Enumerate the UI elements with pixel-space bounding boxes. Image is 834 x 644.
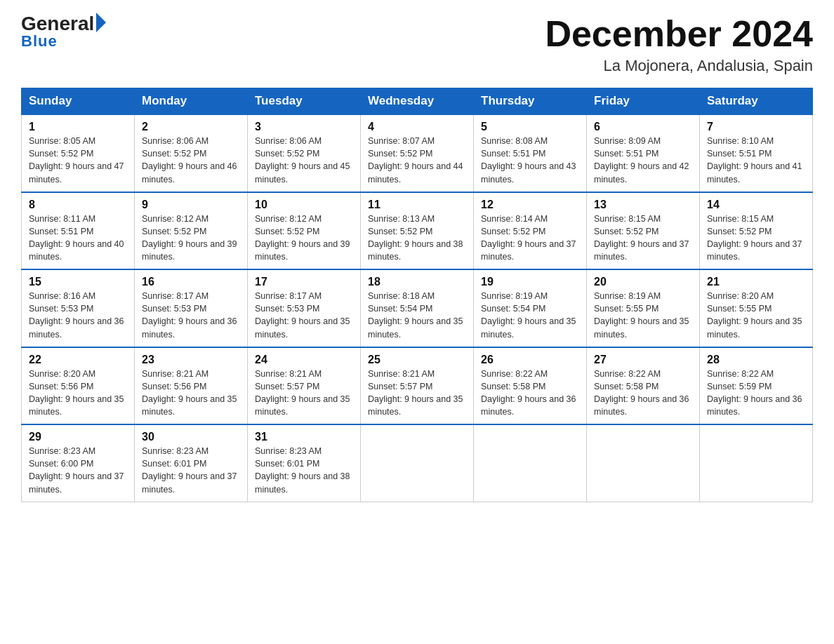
calendar-day-cell: 5Sunrise: 8:08 AMSunset: 5:51 PMDaylight… — [474, 114, 587, 192]
day-info: Sunrise: 8:15 AMSunset: 5:52 PMDaylight:… — [594, 213, 692, 264]
logo-triangle-icon — [96, 13, 106, 32]
day-number: 2 — [142, 121, 240, 133]
calendar-day-cell: 20Sunrise: 8:19 AMSunset: 5:55 PMDayligh… — [587, 269, 700, 347]
month-title: December 2024 — [545, 14, 813, 54]
calendar-day-cell: 13Sunrise: 8:15 AMSunset: 5:52 PMDayligh… — [587, 192, 700, 270]
calendar-day-cell: 17Sunrise: 8:17 AMSunset: 5:53 PMDayligh… — [248, 269, 361, 347]
calendar-day-cell: 14Sunrise: 8:15 AMSunset: 5:52 PMDayligh… — [700, 192, 813, 270]
day-info: Sunrise: 8:11 AMSunset: 5:51 PMDaylight:… — [29, 213, 127, 264]
calendar-day-cell: 28Sunrise: 8:22 AMSunset: 5:59 PMDayligh… — [700, 347, 813, 425]
day-number: 1 — [29, 121, 127, 133]
col-header-wednesday: Wednesday — [361, 88, 474, 115]
day-number: 28 — [707, 354, 805, 366]
calendar-day-cell: 4Sunrise: 8:07 AMSunset: 5:52 PMDaylight… — [361, 114, 474, 192]
day-info: Sunrise: 8:12 AMSunset: 5:52 PMDaylight:… — [255, 213, 353, 264]
day-number: 11 — [368, 199, 466, 211]
logo-general-text: General — [21, 14, 94, 34]
calendar-day-cell: 15Sunrise: 8:16 AMSunset: 5:53 PMDayligh… — [22, 269, 135, 347]
day-number: 6 — [594, 121, 692, 133]
day-info: Sunrise: 8:08 AMSunset: 5:51 PMDaylight:… — [481, 135, 579, 186]
day-number: 22 — [29, 354, 127, 366]
calendar-day-cell: 21Sunrise: 8:20 AMSunset: 5:55 PMDayligh… — [700, 269, 813, 347]
day-number: 31 — [255, 431, 353, 443]
calendar-day-cell: 18Sunrise: 8:18 AMSunset: 5:54 PMDayligh… — [361, 269, 474, 347]
day-info: Sunrise: 8:09 AMSunset: 5:51 PMDaylight:… — [594, 135, 692, 186]
calendar-header-row: SundayMondayTuesdayWednesdayThursdayFrid… — [22, 88, 813, 115]
calendar-week-row: 8Sunrise: 8:11 AMSunset: 5:51 PMDaylight… — [22, 192, 813, 270]
day-info: Sunrise: 8:13 AMSunset: 5:52 PMDaylight:… — [368, 213, 466, 264]
day-info: Sunrise: 8:14 AMSunset: 5:52 PMDaylight:… — [481, 213, 579, 264]
day-info: Sunrise: 8:22 AMSunset: 5:58 PMDaylight:… — [481, 368, 579, 419]
calendar-day-cell: 2Sunrise: 8:06 AMSunset: 5:52 PMDaylight… — [135, 114, 248, 192]
day-info: Sunrise: 8:06 AMSunset: 5:52 PMDaylight:… — [255, 135, 353, 186]
calendar-day-cell: 22Sunrise: 8:20 AMSunset: 5:56 PMDayligh… — [22, 347, 135, 425]
calendar-day-cell: 6Sunrise: 8:09 AMSunset: 5:51 PMDaylight… — [587, 114, 700, 192]
day-info: Sunrise: 8:17 AMSunset: 5:53 PMDaylight:… — [142, 290, 240, 341]
page-header: General Blue December 2024 La Mojonera, … — [21, 14, 813, 75]
day-number: 21 — [707, 276, 805, 288]
day-info: Sunrise: 8:23 AMSunset: 6:01 PMDaylight:… — [255, 445, 353, 496]
day-info: Sunrise: 8:21 AMSunset: 5:57 PMDaylight:… — [255, 368, 353, 419]
calendar-day-cell — [361, 424, 474, 502]
calendar-day-cell: 9Sunrise: 8:12 AMSunset: 5:52 PMDaylight… — [135, 192, 248, 270]
day-number: 30 — [142, 431, 240, 443]
calendar-week-row: 15Sunrise: 8:16 AMSunset: 5:53 PMDayligh… — [22, 269, 813, 347]
col-header-thursday: Thursday — [474, 88, 587, 115]
calendar-day-cell: 24Sunrise: 8:21 AMSunset: 5:57 PMDayligh… — [248, 347, 361, 425]
day-number: 19 — [481, 276, 579, 288]
calendar-day-cell: 3Sunrise: 8:06 AMSunset: 5:52 PMDaylight… — [248, 114, 361, 192]
day-info: Sunrise: 8:07 AMSunset: 5:52 PMDaylight:… — [368, 135, 466, 186]
calendar-day-cell: 31Sunrise: 8:23 AMSunset: 6:01 PMDayligh… — [248, 424, 361, 502]
col-header-sunday: Sunday — [22, 88, 135, 115]
calendar-week-row: 29Sunrise: 8:23 AMSunset: 6:00 PMDayligh… — [22, 424, 813, 502]
col-header-saturday: Saturday — [700, 88, 813, 115]
calendar-day-cell: 16Sunrise: 8:17 AMSunset: 5:53 PMDayligh… — [135, 269, 248, 347]
day-number: 15 — [29, 276, 127, 288]
location-title: La Mojonera, Andalusia, Spain — [545, 57, 813, 75]
calendar-table: SundayMondayTuesdayWednesdayThursdayFrid… — [21, 88, 813, 502]
calendar-day-cell: 23Sunrise: 8:21 AMSunset: 5:56 PMDayligh… — [135, 347, 248, 425]
calendar-week-row: 22Sunrise: 8:20 AMSunset: 5:56 PMDayligh… — [22, 347, 813, 425]
day-info: Sunrise: 8:19 AMSunset: 5:55 PMDaylight:… — [594, 290, 692, 341]
day-number: 25 — [368, 354, 466, 366]
day-number: 8 — [29, 199, 127, 211]
day-number: 13 — [594, 199, 692, 211]
day-number: 7 — [707, 121, 805, 133]
day-number: 4 — [368, 121, 466, 133]
calendar-day-cell — [474, 424, 587, 502]
col-header-monday: Monday — [135, 88, 248, 115]
col-header-friday: Friday — [587, 88, 700, 115]
day-info: Sunrise: 8:16 AMSunset: 5:53 PMDaylight:… — [29, 290, 127, 341]
day-info: Sunrise: 8:19 AMSunset: 5:54 PMDaylight:… — [481, 290, 579, 341]
day-info: Sunrise: 8:22 AMSunset: 5:58 PMDaylight:… — [594, 368, 692, 419]
logo: General Blue — [21, 14, 106, 51]
day-info: Sunrise: 8:15 AMSunset: 5:52 PMDaylight:… — [707, 213, 805, 264]
calendar-day-cell: 26Sunrise: 8:22 AMSunset: 5:58 PMDayligh… — [474, 347, 587, 425]
col-header-tuesday: Tuesday — [248, 88, 361, 115]
calendar-day-cell: 10Sunrise: 8:12 AMSunset: 5:52 PMDayligh… — [248, 192, 361, 270]
day-number: 27 — [594, 354, 692, 366]
day-info: Sunrise: 8:23 AMSunset: 6:00 PMDaylight:… — [29, 445, 127, 496]
calendar-day-cell: 12Sunrise: 8:14 AMSunset: 5:52 PMDayligh… — [474, 192, 587, 270]
calendar-day-cell: 27Sunrise: 8:22 AMSunset: 5:58 PMDayligh… — [587, 347, 700, 425]
day-number: 12 — [481, 199, 579, 211]
day-number: 16 — [142, 276, 240, 288]
day-info: Sunrise: 8:12 AMSunset: 5:52 PMDaylight:… — [142, 213, 240, 264]
day-info: Sunrise: 8:10 AMSunset: 5:51 PMDaylight:… — [707, 135, 805, 186]
title-area: December 2024 La Mojonera, Andalusia, Sp… — [545, 14, 813, 75]
day-number: 9 — [142, 199, 240, 211]
calendar-day-cell: 11Sunrise: 8:13 AMSunset: 5:52 PMDayligh… — [361, 192, 474, 270]
day-info: Sunrise: 8:20 AMSunset: 5:55 PMDaylight:… — [707, 290, 805, 341]
calendar-day-cell: 7Sunrise: 8:10 AMSunset: 5:51 PMDaylight… — [700, 114, 813, 192]
day-number: 14 — [707, 199, 805, 211]
day-info: Sunrise: 8:20 AMSunset: 5:56 PMDaylight:… — [29, 368, 127, 419]
logo-blue-text: Blue — [21, 32, 58, 51]
calendar-day-cell: 8Sunrise: 8:11 AMSunset: 5:51 PMDaylight… — [22, 192, 135, 270]
day-number: 17 — [255, 276, 353, 288]
day-number: 24 — [255, 354, 353, 366]
day-info: Sunrise: 8:21 AMSunset: 5:57 PMDaylight:… — [368, 368, 466, 419]
day-info: Sunrise: 8:05 AMSunset: 5:52 PMDaylight:… — [29, 135, 127, 186]
calendar-day-cell: 29Sunrise: 8:23 AMSunset: 6:00 PMDayligh… — [22, 424, 135, 502]
calendar-day-cell — [587, 424, 700, 502]
day-number: 5 — [481, 121, 579, 133]
